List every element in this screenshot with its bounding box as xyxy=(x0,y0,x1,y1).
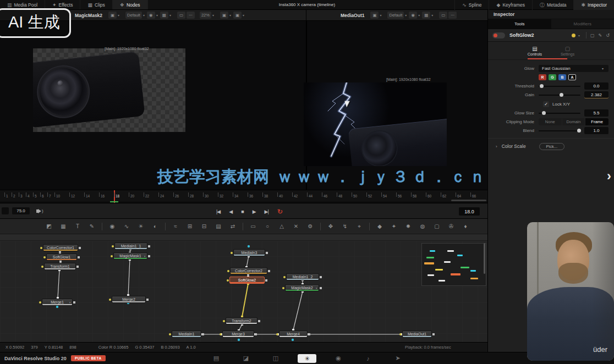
node-merge3[interactable]: Merge3 xyxy=(222,330,254,338)
lock-xy-checkbox[interactable]: ✓ xyxy=(543,101,549,107)
left-viewer-region-button[interactable]: ▭ xyxy=(177,12,185,19)
node-transform1[interactable]: Transform1 xyxy=(44,263,76,270)
channel-boolean-tool-icon[interactable]: ⇄ xyxy=(226,223,240,229)
keyframes-button[interactable]: ◆Keyframes xyxy=(489,0,532,10)
fusion-page[interactable]: ✳ xyxy=(298,354,316,363)
tab-tools[interactable]: Tools xyxy=(488,19,551,29)
node-colorcorrector1[interactable]: ColorCorrector1 xyxy=(43,244,78,251)
blend-value[interactable]: 1.0 xyxy=(584,127,608,134)
media-page[interactable]: ▤ xyxy=(209,355,224,362)
matte-control-tool-icon[interactable]: ⊟ xyxy=(197,223,211,229)
left-viewer-zoom-dropdown[interactable]: 22% xyxy=(200,12,211,19)
left-viewer-fit-dropdown[interactable]: Default xyxy=(125,12,142,19)
color-page[interactable]: ◉ xyxy=(331,355,346,362)
node-mediain3[interactable]: MediaIn3 xyxy=(233,249,265,256)
right-viewer-region-button[interactable]: ▭ xyxy=(439,12,447,19)
chevron-down-icon[interactable]: ▾ xyxy=(431,13,433,17)
chevron-down-icon[interactable]: ▾ xyxy=(243,13,244,17)
audio-mute-button[interactable]: ) xyxy=(36,208,43,213)
node-softglow2[interactable]: SoftGlow2 xyxy=(229,277,265,284)
left-viewer-split-button[interactable]: ▣ xyxy=(220,12,228,19)
chevron-down-icon[interactable]: ▾ xyxy=(578,34,580,37)
subtab-settings[interactable]: ▢Settings xyxy=(561,42,574,59)
ellipse-mask-tool-icon[interactable]: ○ xyxy=(260,223,275,229)
blue-channel-button[interactable]: B xyxy=(558,74,566,80)
node-mediain1_1[interactable]: MediaIn1_1 xyxy=(114,242,147,250)
node-merge4[interactable]: Merge4 xyxy=(279,330,308,338)
node-passthrough-icon[interactable]: ◗ xyxy=(315,285,317,292)
chevron-down-icon[interactable]: ▾ xyxy=(169,13,171,17)
current-frame-field[interactable]: 18.0 xyxy=(459,207,480,216)
node-merge2[interactable]: Merge2 xyxy=(112,296,146,303)
node-passthrough-icon[interactable]: ◗ xyxy=(69,299,71,306)
left-viewer-lock-button[interactable]: ◉ xyxy=(147,12,155,19)
play-button[interactable]: ▶ xyxy=(253,209,256,214)
tab-modifiers[interactable]: Modifiers xyxy=(551,19,614,29)
node-mediaout1[interactable]: MediaOut1 xyxy=(402,330,432,338)
gain-value[interactable]: 2.382 xyxy=(584,91,608,98)
metadata-button[interactable]: ⓘMetadata xyxy=(532,0,573,10)
chevron-down-icon[interactable]: ▾ xyxy=(156,13,158,17)
blend-slider-handle[interactable] xyxy=(577,129,581,133)
nodes-button[interactable]: ❖Nodes xyxy=(113,0,148,9)
red-channel-button[interactable]: R xyxy=(539,74,546,80)
expand-arrow-icon[interactable]: › xyxy=(496,144,497,149)
node-enable-toggle[interactable] xyxy=(492,32,505,38)
clipping-frame-button[interactable]: Frame xyxy=(585,118,608,125)
timeline-ruler[interactable]: 1234567101214161820222426283032343638404… xyxy=(0,190,487,202)
threshold-slider[interactable] xyxy=(539,86,580,87)
merge-3d-tool-icon[interactable]: ◆ xyxy=(372,223,387,229)
cut-page[interactable]: ◪ xyxy=(238,355,254,362)
right-viewer-lock-button[interactable]: ◉ xyxy=(409,12,417,19)
right-viewer-grid-button[interactable]: ▦ xyxy=(422,12,430,19)
shape-3d-tool-icon[interactable]: ✦ xyxy=(387,223,401,229)
loop-button[interactable]: ↻ xyxy=(277,208,282,216)
right-viewer-fit-dropdown[interactable]: Default xyxy=(387,12,404,19)
right-viewer-layout-button[interactable]: ▣ xyxy=(370,12,379,19)
node-passthrough-icon[interactable]: ◗ xyxy=(144,253,146,260)
color-curves-tool-icon[interactable]: ∿ xyxy=(119,223,134,229)
chevron-down-icon[interactable]: ▾ xyxy=(418,13,420,17)
clipping-domain-button[interactable]: Domain xyxy=(562,118,585,125)
magic-mask-tool-icon[interactable]: ⚙ xyxy=(303,223,317,229)
surface-tracker-tool-icon[interactable]: ⌖ xyxy=(352,223,366,230)
pick-button[interactable]: Pick... xyxy=(539,143,564,150)
tracker-tool-icon[interactable]: ✥ xyxy=(324,223,338,229)
inspector-button[interactable]: ✱Inspector xyxy=(573,0,614,10)
paint-tool-icon[interactable]: ✎ xyxy=(85,223,99,229)
chevron-down-icon[interactable]: ▾ xyxy=(212,13,214,17)
node-colorcorrector2[interactable]: ColorCorrector2 xyxy=(230,267,267,274)
left-viewer-options-button[interactable]: ⋯ xyxy=(187,12,195,19)
node-mediain1_2[interactable]: MediaIn1_2 xyxy=(286,273,319,280)
ruler-scrollbar[interactable] xyxy=(451,200,486,201)
merge-tool-icon[interactable]: ⊞ xyxy=(183,223,197,229)
right-viewer-options-button[interactable]: ⋯ xyxy=(448,12,457,19)
left-viewer-image[interactable] xyxy=(33,48,185,132)
node-panel-scrollbar[interactable] xyxy=(484,243,485,274)
fps-indicator[interactable]: 75.0 xyxy=(12,207,30,214)
clipping-none-button[interactable]: None xyxy=(539,118,562,125)
image-plane-3d-tool-icon[interactable]: ◍ xyxy=(415,223,430,229)
node-transform2[interactable]: Transform2 xyxy=(226,317,257,324)
edge-chevron-icon[interactable]: › xyxy=(607,168,611,184)
camera-3d-tool-icon[interactable]: ▢ xyxy=(430,223,444,229)
glow-type-dropdown[interactable]: Fast Gaussian▾ xyxy=(539,65,608,72)
alpha-channel-button[interactable]: A xyxy=(568,74,576,80)
threshold-slider-handle[interactable] xyxy=(540,84,544,88)
background-tool-icon[interactable]: ◩ xyxy=(42,223,56,229)
deliver-page[interactable]: ➤ xyxy=(390,355,405,362)
node-mediain1[interactable]: MediaIn1 xyxy=(172,330,201,338)
gain-slider-handle[interactable] xyxy=(560,93,563,97)
rectangle-mask-tool-icon[interactable]: ▭ xyxy=(246,223,260,229)
copy-settings-icon[interactable]: ▢ xyxy=(590,33,595,38)
glow-size-value[interactable]: 5.5 xyxy=(584,109,608,117)
node-minimap[interactable] xyxy=(421,243,486,286)
quality-toggle[interactable] xyxy=(2,207,9,214)
stop-button[interactable]: ■ xyxy=(241,209,243,214)
polygon-mask-tool-icon[interactable]: △ xyxy=(275,223,289,229)
glow-size-slider[interactable] xyxy=(539,113,580,114)
spot-light-tool-icon[interactable]: ✸ xyxy=(401,223,415,229)
hue-curves-tool-icon[interactable]: ☀ xyxy=(134,223,148,229)
node-softglow1[interactable]: SoftGlow1 xyxy=(46,253,77,261)
edit-page[interactable]: ◫ xyxy=(268,355,283,362)
